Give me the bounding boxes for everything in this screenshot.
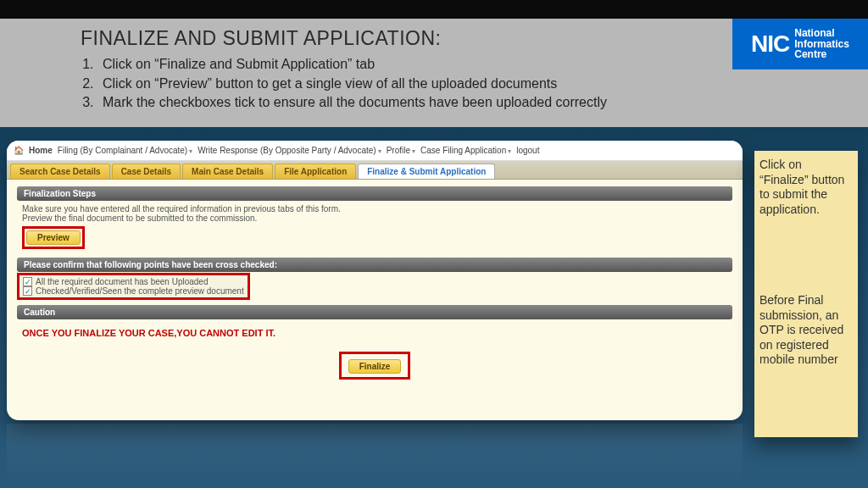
caution-text: ONCE YOU FINALIZE YOUR CASE,YOU CANNOT E… — [17, 319, 732, 347]
tab-case-details[interactable]: Case Details — [112, 164, 181, 179]
confirm-header: Please confirm that following points hav… — [17, 258, 732, 272]
checkbox-label: Checked/Verified/Seen the complete previ… — [36, 286, 244, 296]
nic-logo-text: NIC — [751, 32, 789, 56]
finalization-header: Finalization Steps — [17, 186, 732, 201]
breadcrumb: 🏠 Home Filing (By Complainant / Advocate… — [7, 141, 743, 161]
panel-body: Finalization Steps Make sure you have en… — [7, 180, 743, 386]
note-paragraph: Click on “Finalize” button to submit the… — [760, 158, 853, 217]
checkbox-row: ✓ Checked/Verified/Seen the complete pre… — [23, 286, 244, 296]
breadcrumb-item[interactable]: Profile — [387, 146, 415, 155]
breadcrumb-item[interactable]: Case Filing Application — [420, 146, 511, 155]
checkbox-row: ✓ All the required document has been Upl… — [23, 277, 244, 286]
note-paragraph: Before Final submission, an OTP is recei… — [760, 293, 853, 368]
tab-main-case-details[interactable]: Main Case Details — [182, 164, 273, 179]
checkbox-label: All the required document has been Uploa… — [36, 277, 208, 286]
tab-finalize-submit[interactable]: Finalize & Submit Application — [358, 164, 495, 179]
tab-bar: Search Case Details Case Details Main Ca… — [7, 161, 743, 180]
home-icon: 🏠 — [14, 146, 24, 155]
nic-logo: NIC National Informatics Centre — [732, 19, 868, 69]
checkbox-highlight: ✓ All the required document has been Upl… — [17, 273, 250, 300]
preview-button[interactable]: Preview — [26, 230, 81, 245]
side-note: Click on “Finalize” button to submit the… — [754, 151, 858, 437]
tab-search-case-details[interactable]: Search Case Details — [10, 164, 110, 179]
card-reflection — [7, 424, 743, 483]
instruction-item: Mark the checkboxes tick to ensure all t… — [97, 93, 868, 112]
breadcrumb-item[interactable]: Write Response (By Opposite Party / Advo… — [198, 146, 381, 155]
breadcrumb-logout[interactable]: logout — [516, 146, 539, 155]
checkbox-uploaded[interactable]: ✓ — [23, 277, 32, 286]
finalize-area: Finalize — [17, 352, 732, 380]
finalize-highlight: Finalize — [339, 352, 411, 380]
nic-logo-subtitle: National Informatics Centre — [794, 28, 849, 60]
finalize-button[interactable]: Finalize — [348, 359, 402, 374]
caution-header: Caution — [17, 305, 732, 319]
preview-highlight: Preview — [22, 226, 85, 249]
breadcrumb-home[interactable]: Home — [29, 146, 53, 155]
app-screenshot: 🏠 Home Filing (By Complainant / Advocate… — [7, 141, 743, 420]
checkbox-verified[interactable]: ✓ — [23, 286, 32, 296]
slide-top-bar — [0, 0, 868, 19]
tab-file-application[interactable]: File Application — [275, 164, 356, 179]
breadcrumb-item[interactable]: Filing (By Complainant / Advocate) — [58, 146, 192, 155]
finalization-text: Make sure you have entered all the requi… — [17, 201, 732, 252]
instruction-item: Click on “Preview” button to get a singl… — [97, 75, 868, 93]
